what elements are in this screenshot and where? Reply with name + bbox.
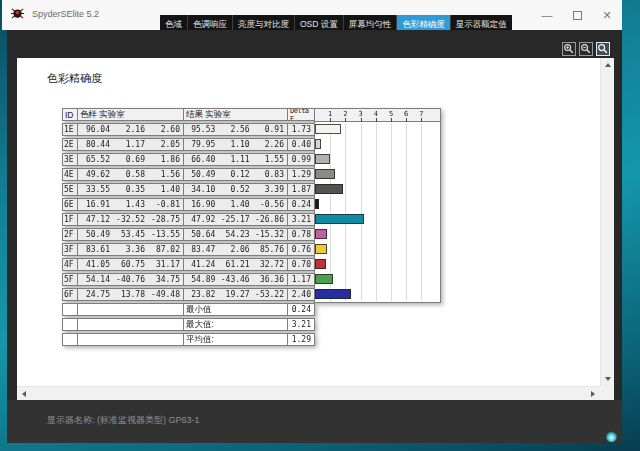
scale-label: 1 bbox=[324, 110, 336, 118]
result-value: 0.52 bbox=[218, 185, 252, 194]
cell-sample-lab: 49.620.581.56 bbox=[77, 168, 184, 181]
scale-tick bbox=[330, 118, 331, 122]
sample-value: 13.78 bbox=[113, 290, 148, 299]
scale-tick bbox=[376, 118, 377, 122]
sample-value: 80.44 bbox=[78, 140, 113, 149]
result-value: 2.26 bbox=[253, 140, 287, 149]
scale-tick bbox=[406, 118, 407, 122]
report-table: ID 色样 实验室 结果 实验室 Delta E 1E96.042.162.60… bbox=[62, 108, 442, 348]
cell-empty bbox=[62, 318, 78, 331]
delta-chart: 1234567 bbox=[314, 108, 441, 303]
cell-empty bbox=[77, 333, 184, 346]
cell-empty bbox=[62, 303, 78, 316]
delta-bar bbox=[315, 214, 364, 224]
sample-value: 41.05 bbox=[78, 260, 113, 269]
cell-delta-e: 0.24 bbox=[287, 198, 315, 211]
sample-value: 2.05 bbox=[148, 140, 183, 149]
result-value: 54.89 bbox=[184, 275, 218, 284]
sample-value: 49.62 bbox=[78, 170, 113, 179]
summary-value: 1.29 bbox=[287, 333, 315, 346]
cell-result-lab: 66.401.111.55 bbox=[183, 153, 288, 166]
cell-id: 5E bbox=[62, 183, 78, 196]
sample-value: 31.17 bbox=[148, 260, 183, 269]
result-value: 16.90 bbox=[184, 200, 218, 209]
cell-empty bbox=[77, 318, 184, 331]
spyder-logo-icon bbox=[10, 6, 25, 21]
summary-row: 平均值:1.29 bbox=[62, 333, 442, 346]
zoom-out-icon bbox=[580, 43, 592, 55]
cell-id: 2E bbox=[62, 138, 78, 151]
arrow-left-icon bbox=[22, 391, 26, 397]
result-value: -43.46 bbox=[218, 275, 252, 284]
result-value: 32.72 bbox=[253, 260, 287, 269]
zoom-reset-button[interactable] bbox=[596, 42, 610, 56]
delta-bar bbox=[315, 184, 343, 194]
zoom-in-button[interactable] bbox=[562, 42, 576, 56]
cell-delta-e: 0.76 bbox=[287, 243, 315, 256]
scroll-up-button[interactable] bbox=[601, 58, 615, 72]
result-value: -26.86 bbox=[253, 215, 287, 224]
arrow-right-icon bbox=[591, 391, 595, 397]
sample-value: -13.55 bbox=[148, 230, 183, 239]
result-value: 2.56 bbox=[218, 125, 252, 134]
gridline bbox=[406, 123, 407, 301]
cell-delta-e: 1.29 bbox=[287, 168, 315, 181]
sample-value: 0.69 bbox=[113, 155, 148, 164]
scroll-left-button[interactable] bbox=[17, 387, 31, 401]
delta-bar bbox=[315, 199, 319, 209]
close-button[interactable]: ✕ bbox=[592, 0, 622, 30]
maximize-icon bbox=[573, 11, 582, 20]
cell-sample-lab: 96.042.162.60 bbox=[77, 123, 184, 136]
sample-value: 1.43 bbox=[113, 200, 148, 209]
horizontal-scrollbar[interactable] bbox=[17, 386, 600, 400]
sample-value: 1.56 bbox=[148, 170, 183, 179]
sample-value: 1.86 bbox=[148, 155, 183, 164]
cell-sample-lab: 16.911.43-0.81 bbox=[77, 198, 184, 211]
desktop-background: { "window": { "title": "SpyderSElite 5.2… bbox=[0, 0, 640, 451]
arrow-down-icon bbox=[605, 377, 611, 381]
cell-result-lab: 34.100.523.39 bbox=[183, 183, 288, 196]
minimize-button[interactable]: — bbox=[532, 0, 562, 30]
status-bar: 显示器名称: (标准监视器类型) GP63-1 bbox=[7, 400, 622, 443]
cell-sample-lab: 50.4953.45-13.55 bbox=[77, 228, 184, 241]
cell-result-lab: 41.2461.2132.72 bbox=[183, 258, 288, 271]
scroll-right-button[interactable] bbox=[586, 387, 600, 401]
cell-sample-lab: 80.441.172.05 bbox=[77, 138, 184, 151]
window-title: SpyderSElite 5.2 bbox=[32, 9, 99, 19]
vertical-scrollbar[interactable] bbox=[600, 58, 614, 386]
summary-value: 0.24 bbox=[287, 303, 315, 316]
delta-bar bbox=[315, 139, 321, 149]
cell-result-lab: 23.8219.27-53.22 bbox=[183, 288, 288, 301]
cell-id: 1F bbox=[62, 213, 78, 226]
sample-value: 54.14 bbox=[78, 275, 113, 284]
cell-result-lab: 83.472.0685.76 bbox=[183, 243, 288, 256]
delta-bar bbox=[315, 244, 327, 254]
maximize-button[interactable] bbox=[562, 0, 592, 30]
cell-result-lab: 54.89-43.4636.36 bbox=[183, 273, 288, 286]
sample-value: -28.75 bbox=[148, 215, 183, 224]
cell-result-lab: 50.490.120.83 bbox=[183, 168, 288, 181]
sample-value: 0.58 bbox=[113, 170, 148, 179]
cell-delta-e: 2.40 bbox=[287, 288, 315, 301]
sample-value: -40.76 bbox=[113, 275, 148, 284]
delta-bar bbox=[315, 289, 351, 299]
scale-label: 5 bbox=[385, 110, 397, 118]
summary-label: 最大值: bbox=[183, 318, 288, 331]
cell-id: 4E bbox=[62, 168, 78, 181]
sample-value: 3.36 bbox=[113, 245, 148, 254]
delta-bar bbox=[315, 274, 333, 284]
zoom-out-button[interactable] bbox=[579, 42, 593, 56]
result-value: 0.91 bbox=[253, 125, 287, 134]
sample-value: 2.16 bbox=[113, 125, 148, 134]
result-value: 50.64 bbox=[184, 230, 218, 239]
cell-result-lab: 50.6454.23-15.32 bbox=[183, 228, 288, 241]
result-value: 1.11 bbox=[218, 155, 252, 164]
cell-delta-e: 1.87 bbox=[287, 183, 315, 196]
sample-value: 65.52 bbox=[78, 155, 113, 164]
sample-value: 1.40 bbox=[148, 185, 183, 194]
sample-value: 47.12 bbox=[78, 215, 113, 224]
scroll-down-button[interactable] bbox=[601, 372, 615, 386]
sample-value: 2.60 bbox=[148, 125, 183, 134]
sample-value: 34.75 bbox=[148, 275, 183, 284]
cell-result-lab: 95.532.560.91 bbox=[183, 123, 288, 136]
